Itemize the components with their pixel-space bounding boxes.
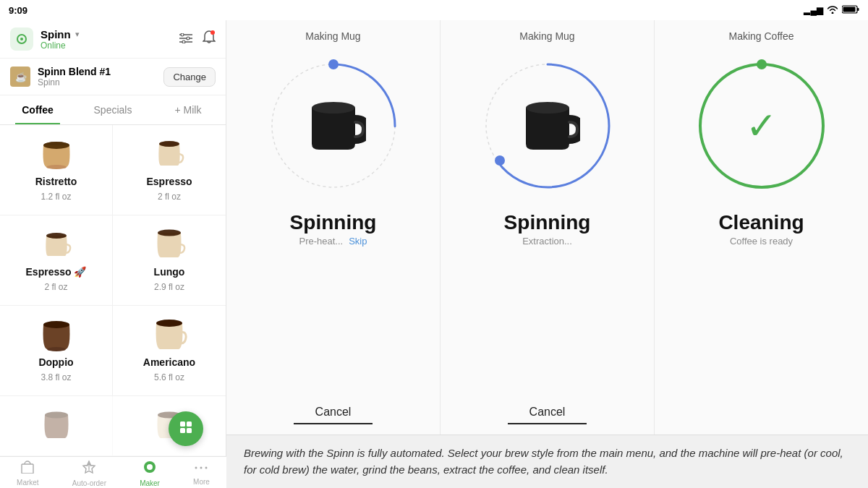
svg-text:☕: ☕ xyxy=(15,71,27,83)
brew-col-2-sub: Extraction... xyxy=(522,236,572,247)
footer-text: Brewing with the Spinn is fully automate… xyxy=(244,447,843,476)
svg-point-10 xyxy=(187,37,190,40)
espresso-rocket-size: 2 fl oz xyxy=(44,282,67,292)
svg-point-16 xyxy=(46,165,67,169)
brew-col-2-title: Making Mug xyxy=(519,20,574,46)
svg-point-22 xyxy=(43,321,69,328)
doppio-cup-image xyxy=(36,319,77,352)
sidebar: Spinn ▾ Online xyxy=(0,20,226,456)
svg-point-30 xyxy=(195,467,197,469)
svg-point-25 xyxy=(45,412,68,419)
notification-icon[interactable] xyxy=(203,30,216,48)
svg-point-20 xyxy=(46,233,67,239)
coffee-item-espresso-rocket[interactable]: Espresso 🚀 2 fl oz xyxy=(0,215,113,306)
brew-col-3: Making Coffee ✓ Cleaning Coffee is ready xyxy=(655,20,868,435)
coffee-item-more1[interactable] xyxy=(0,396,113,456)
status-bar: 9:09 ▂▄▆ xyxy=(0,0,868,20)
brand-text: Spinn ▾ Online xyxy=(41,28,80,51)
svg-point-17 xyxy=(43,142,69,149)
svg-point-12 xyxy=(210,30,215,35)
brew-col-2-content xyxy=(475,53,620,198)
svg-rect-36 xyxy=(187,428,192,433)
right-panel: Making Mug xyxy=(226,20,868,488)
change-blend-button[interactable]: Change xyxy=(163,67,216,87)
americano-size: 5.6 fl oz xyxy=(154,372,184,382)
fab-button[interactable] xyxy=(169,411,203,446)
svg-rect-1 xyxy=(857,8,859,11)
brew-col-1: Making Mug xyxy=(226,20,441,435)
sidebar-header: Spinn ▾ Online xyxy=(0,20,226,59)
svg-point-24 xyxy=(156,320,182,327)
coffee-item-ristretto[interactable]: Ristretto 1.2 fl oz xyxy=(0,125,113,215)
blend-sub: Spinn xyxy=(38,77,111,87)
espresso-cup-image xyxy=(149,138,190,171)
coffee-item-americano[interactable]: Americano 5.6 fl oz xyxy=(113,306,226,396)
brew-col-1-title: Making Mug xyxy=(305,20,360,46)
blend-row: ☕ Spinn Blend #1 Spinn Change xyxy=(0,59,226,95)
doppio-name: Doppio xyxy=(38,356,73,368)
svg-point-32 xyxy=(205,467,208,469)
espresso-rocket-cup-image xyxy=(36,228,77,262)
main-layout: Spinn ▾ Online xyxy=(0,20,868,488)
sidebar-brand: Spinn ▾ Online xyxy=(10,27,80,51)
brew-col-1-sublabel: Pre-heat... xyxy=(299,236,344,247)
svg-point-31 xyxy=(200,467,203,469)
nav-autoorder-label: Auto-order xyxy=(72,479,106,487)
blend-name: Spinn Blend #1 xyxy=(38,66,111,77)
svg-point-21 xyxy=(158,230,181,236)
coffee-grid: Ristretto 1.2 fl oz Espresso 2 fl xyxy=(0,125,226,456)
brew-col-1-sub: Pre-heat... Skip xyxy=(299,236,367,247)
nav-autoorder[interactable]: Auto-order xyxy=(65,457,114,488)
blend-icon: ☕ xyxy=(10,67,30,87)
brew-col-3-sub: Coffee is ready xyxy=(730,236,793,247)
brew-col-1-content xyxy=(261,53,406,198)
brew-col-2-cancel[interactable]: Cancel xyxy=(508,401,587,424)
lungo-size: 2.9 fl oz xyxy=(154,282,184,292)
brew-col-1-cancel[interactable]: Cancel xyxy=(294,401,373,424)
bottom-nav: Market Auto-order Maker More xyxy=(0,456,226,488)
brew-col-3-content: ✓ xyxy=(689,53,834,198)
coffee-item-doppio[interactable]: Doppio 3.8 fl oz xyxy=(0,306,113,396)
svg-point-19 xyxy=(159,141,179,147)
svg-rect-2 xyxy=(843,7,856,12)
espresso-rocket-name: Espresso 🚀 xyxy=(26,266,87,278)
svg-point-44 xyxy=(526,102,569,114)
ristretto-cup-image xyxy=(36,138,77,171)
market-icon xyxy=(20,461,35,477)
nav-maker-label: Maker xyxy=(140,479,160,487)
brew-col-2-status: Spinning xyxy=(504,211,591,234)
nav-maker[interactable]: Maker xyxy=(132,457,167,488)
brew-col-3-circle: ✓ xyxy=(689,53,834,198)
maker-icon xyxy=(142,460,157,478)
tab-milk[interactable]: + Milk xyxy=(150,95,226,124)
brew-col-3-status: Cleaning xyxy=(718,211,804,234)
fab-icon xyxy=(178,419,194,439)
brew-col-3-sublabel: Coffee is ready xyxy=(730,236,793,247)
svg-rect-34 xyxy=(187,421,192,427)
brew-col-1-status: Spinning xyxy=(290,211,377,234)
americano-cup-image xyxy=(149,319,190,352)
nav-more-label: More xyxy=(193,478,210,486)
status-icons: ▂▄▆ xyxy=(804,5,859,16)
brew-col-1-skip[interactable]: Skip xyxy=(349,236,367,247)
nav-more[interactable]: More xyxy=(186,458,217,488)
tab-coffee[interactable]: Coffee xyxy=(0,95,75,124)
status-time: 9:09 xyxy=(9,5,27,16)
autoorder-icon xyxy=(82,460,96,478)
blend-text: Spinn Blend #1 Spinn xyxy=(38,66,111,87)
lungo-name: Lungo xyxy=(154,266,185,278)
espresso-size: 2 fl oz xyxy=(158,192,181,202)
coffee-item-lungo[interactable]: Lungo 2.9 fl oz xyxy=(113,215,226,306)
tab-specials[interactable]: Specials xyxy=(75,95,150,124)
header-actions xyxy=(179,30,216,48)
brand-status: Online xyxy=(41,40,80,51)
svg-point-40 xyxy=(312,102,355,114)
sidebar-wrapper: Spinn ▾ Online xyxy=(0,20,226,488)
svg-rect-33 xyxy=(180,421,185,427)
nav-market[interactable]: Market xyxy=(9,458,46,488)
svg-point-11 xyxy=(182,40,185,43)
brew-col-3-title: Making Coffee xyxy=(728,20,793,46)
brand-icon xyxy=(10,27,33,51)
settings-icon[interactable] xyxy=(179,32,192,47)
coffee-item-espresso[interactable]: Espresso 2 fl oz xyxy=(113,125,226,215)
